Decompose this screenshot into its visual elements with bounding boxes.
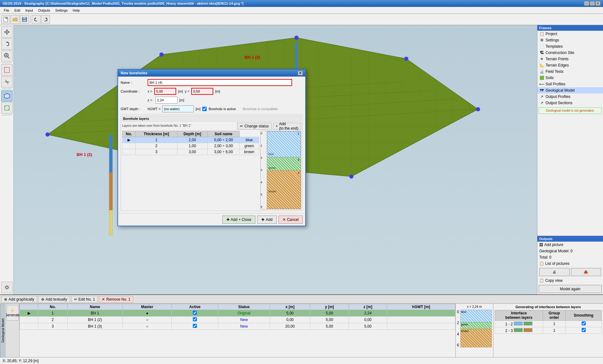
- dialog-title: New boreholes: [121, 71, 147, 75]
- frames-field-tests[interactable]: 🔬 Field Tests: [537, 68, 603, 75]
- select-tool[interactable]: [1, 64, 13, 76]
- name-input[interactable]: [148, 79, 292, 86]
- undo-button[interactable]: [32, 15, 41, 24]
- settings-icon: [3, 284, 10, 291]
- open-button[interactable]: [11, 15, 19, 24]
- row-active[interactable]: [172, 317, 218, 323]
- frames-soils[interactable]: 🟩 Soils: [537, 75, 603, 81]
- table-row[interactable]: 2 BH 1 (2) ○ New 0,00 5,00 0,00: [20, 317, 455, 323]
- th-no: [20, 304, 38, 310]
- menu-edit[interactable]: Edit: [12, 8, 23, 13]
- copy-view-icon: 📋: [539, 278, 544, 283]
- add-graphically-button[interactable]: ⊕ Add graphically: [1, 296, 37, 303]
- output-profiles-label: Output Profiles: [546, 94, 570, 99]
- interface-row[interactable]: 1 - 2 1: [495, 321, 602, 327]
- menu-input[interactable]: Input: [23, 8, 35, 13]
- change-status-button[interactable]: ✏ Change status: [237, 123, 271, 130]
- menu-help[interactable]: Help: [70, 8, 82, 13]
- gwt-input[interactable]: [162, 105, 194, 112]
- row-x: 5,00: [270, 310, 310, 317]
- add-to-end-button[interactable]: + Add(to the end): [273, 123, 301, 130]
- add-picture-label: Add picture: [544, 243, 563, 247]
- if-col-group: Grouporder: [543, 310, 566, 321]
- frames-settings[interactable]: ⚙ Settings: [537, 37, 603, 43]
- table-row[interactable]: ▶ 1 BH 1 ● Original 5,00 5,00 2,24: [20, 310, 455, 317]
- add-picture-button[interactable]: 🖼 Add picture: [537, 242, 603, 248]
- menu-outputs[interactable]: Outputs: [35, 8, 53, 13]
- bottom-table-area[interactable]: No. Name Master Active Status x [m] y [m…: [19, 304, 455, 357]
- 2d-view-icon: [3, 104, 10, 111]
- y-input[interactable]: [191, 88, 213, 95]
- list-of-pictures-button[interactable]: 📋 List of pictures: [537, 260, 603, 267]
- zoom-tool[interactable]: [1, 50, 13, 62]
- minimize-button[interactable]: —: [584, 1, 589, 6]
- active-checkbox[interactable]: [193, 317, 197, 321]
- copy-view-button[interactable]: 📋 Copy view: [537, 277, 603, 284]
- smoothing-checkbox[interactable]: [582, 321, 586, 325]
- frames-output-profiles[interactable]: ↗ Output Profiles: [537, 94, 603, 100]
- active-checkbox[interactable]: [193, 311, 197, 315]
- cancel-button[interactable]: ✕ Cancel: [279, 216, 303, 224]
- dialog-close-button[interactable]: ✕: [298, 71, 303, 75]
- menu-bar: File Edit Input Outputs Settings Help: [0, 7, 603, 14]
- add-close-button[interactable]: ✚ Add + Close: [222, 216, 256, 224]
- row-active[interactable]: [172, 310, 218, 317]
- close-button[interactable]: ✕: [595, 1, 600, 6]
- if-smoothing[interactable]: [566, 321, 602, 327]
- print-button[interactable]: 🖨: [539, 268, 570, 276]
- dialog-title-bar: New boreholes ✕: [118, 70, 305, 77]
- rotate-icon: [3, 40, 10, 47]
- layer-depth: 2,00 ÷ 3,00: [208, 143, 240, 149]
- save-button[interactable]: [20, 15, 29, 24]
- menu-settings[interactable]: Settings: [53, 8, 70, 13]
- geo-model-notice: Geological model is not generated.: [539, 107, 602, 114]
- add-button[interactable]: ✚ Add: [257, 216, 276, 224]
- layer-thickness: 2,00: [177, 137, 207, 143]
- row-active[interactable]: [172, 323, 218, 330]
- geo-model-tab[interactable]: Geological Model: [0, 304, 6, 357]
- table-row[interactable]: 3 BH 1 (3) ○ New 20,00 5,00 5,00: [20, 323, 455, 330]
- list-of-pictures-icon: 📋: [539, 261, 544, 266]
- new-button[interactable]: [1, 15, 10, 24]
- interface-row[interactable]: 2 - 3 1: [495, 327, 602, 334]
- layer-row[interactable]: 3 3,00 3,00 ÷ 6,00 brown: [122, 149, 259, 155]
- redo-button[interactable]: [41, 15, 50, 24]
- frames-templates[interactable]: 📄 Templates: [537, 43, 603, 50]
- geo-model-count: Geological Model: 0: [537, 248, 603, 254]
- frames-construction-site[interactable]: 🏗 Construction Site: [537, 50, 603, 56]
- frames-soil-profiles[interactable]: ⟵ Soil Profiles: [537, 81, 603, 87]
- terrain-points-label: Terrain Points: [546, 57, 568, 61]
- measure-tool[interactable]: [1, 76, 13, 88]
- smoothing-checkbox[interactable]: [582, 328, 586, 332]
- menu-file[interactable]: File: [1, 8, 12, 13]
- row-name: BH 1: [67, 310, 122, 317]
- frames-terrain-points[interactable]: ✕ Terrain Points: [537, 56, 603, 62]
- x-input[interactable]: [154, 88, 176, 95]
- pan-tool[interactable]: [1, 26, 13, 38]
- frames-geological-model[interactable]: 🗺 Geological Model: [537, 87, 603, 94]
- z-input[interactable]: [155, 97, 177, 104]
- status-bar: X: 20,85; Y: 12,29 [m]: [0, 357, 603, 364]
- layer-row[interactable]: 2 1,00 2,00 ÷ 3,00 green: [122, 143, 259, 149]
- settings-tool[interactable]: [1, 282, 13, 293]
- active-checkbox[interactable]: [193, 324, 197, 328]
- rotate-tool[interactable]: [1, 38, 13, 50]
- 2d-view-tool[interactable]: [1, 102, 13, 114]
- if-smoothing[interactable]: [566, 327, 602, 334]
- remove-no1-button[interactable]: ✕ Remove No. 1: [99, 296, 133, 303]
- model-again-button[interactable]: Model again: [539, 285, 602, 293]
- frames-project[interactable]: 📋 Project: [537, 31, 603, 37]
- viewport-3d[interactable]: BH 1 BH 1 (2) BH 1 (3) New boreholes ✕ N…: [14, 25, 537, 294]
- soils-icon: 🟩: [539, 76, 544, 80]
- generate-button[interactable]: ⚡ Generate: [7, 305, 19, 321]
- canvas-area[interactable]: BH 1 BH 1 (2) BH 1 (3) New boreholes ✕ N…: [14, 25, 537, 294]
- add-textually-button[interactable]: ⊕ Add textually: [38, 296, 70, 303]
- frames-terrain-edges[interactable]: 📐 Terrain Edges: [537, 62, 603, 68]
- maximize-button[interactable]: □: [590, 1, 595, 6]
- borehole-active-checkbox[interactable]: [202, 107, 207, 111]
- layer-row[interactable]: ▶ 1 2,00 0,00 ÷ 2,00 blue: [122, 137, 259, 143]
- export-button[interactable]: 📤: [571, 268, 601, 276]
- edit-no1-button[interactable]: ✏ Edit No. 1: [71, 296, 98, 303]
- frames-output-sections[interactable]: ↗ Output Sections: [537, 100, 603, 106]
- 3d-view-tool[interactable]: [1, 90, 13, 102]
